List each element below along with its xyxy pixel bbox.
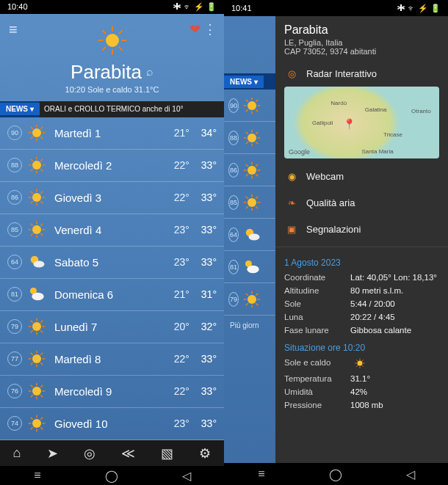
svg-line-133	[246, 303, 248, 305]
info-key: Sole	[284, 299, 350, 308]
info-value: 5:44 / 20:00	[350, 299, 439, 308]
forecast-row[interactable]: 77 Martedì 8 22° 33°	[0, 343, 224, 376]
news-button[interactable]: NEWS▾	[0, 103, 40, 115]
svg-line-93	[246, 109, 248, 112]
home-icon[interactable]: ⌂	[13, 445, 21, 461]
situation-row: Temperatura 31.1°	[275, 372, 448, 385]
info-value: Gibbosa calante	[350, 326, 439, 335]
settings-icon[interactable]: ⚙	[199, 445, 211, 462]
nav-back-icon[interactable]: ◁	[403, 467, 418, 481]
temp-high: 33°	[201, 385, 217, 397]
nav-back-icon[interactable]: ◁	[179, 469, 194, 483]
map-preview[interactable]: 📍 Nardò Galatina Gallipoli Otranto Trica…	[284, 87, 439, 158]
forecast-row[interactable]: 79 L	[224, 283, 275, 316]
forecast-row[interactable]: 90 Martedì 1 21° 34°	[0, 117, 224, 150]
reports-label: Segnalazioni	[306, 224, 361, 235]
temp-low: 22°	[174, 353, 189, 365]
svg-line-118	[256, 206, 258, 208]
status-icons: ✱ ᯤ ⚡ 🔋	[173, 2, 217, 12]
svg-line-102	[246, 142, 248, 144]
air-row[interactable]: ❧ Qualità aria	[275, 189, 448, 216]
radar-label: Radar Interattivo	[306, 68, 377, 79]
forecast-row[interactable]: 88 Mercoledì 2 22° 33°	[0, 150, 224, 182]
webcam-row[interactable]: ◉ Webcam	[275, 163, 448, 189]
svg-line-43	[40, 224, 43, 226]
forecast-row[interactable]: 85 Venerdì 4 23° 33°	[0, 214, 224, 247]
day-name: Domenica 6	[54, 288, 174, 301]
menu-icon[interactable]: ≡	[9, 21, 18, 38]
reliability-badge: 88	[228, 131, 239, 145]
overflow-icon[interactable]: ⋮	[203, 21, 217, 37]
svg-line-109	[256, 174, 258, 176]
nav-home-icon[interactable]: ◯	[104, 469, 119, 483]
svg-point-9	[32, 128, 41, 137]
temp-high: 33°	[201, 224, 217, 236]
news-bar[interactable]: NEWS▾ ORALI e CROLLO TERMICO anche di 10…	[0, 101, 224, 117]
reliability-badge: 85	[228, 195, 239, 210]
more-days-label[interactable]: Più giorn	[224, 316, 275, 335]
weather-icon	[26, 187, 47, 208]
svg-line-131	[256, 303, 258, 305]
temp-low: 23°	[174, 417, 189, 429]
weather-icon	[26, 381, 47, 401]
info-key: Altitudine	[284, 286, 350, 295]
forecast-row[interactable]: 85 V	[224, 186, 275, 219]
panel-cap: CAP 73052, 9374 abitanti	[284, 47, 439, 56]
forecast-row[interactable]: 90 M	[224, 90, 275, 122]
air-label: Qualità aria	[306, 197, 355, 208]
svg-line-6	[118, 47, 122, 51]
svg-line-57	[31, 330, 33, 332]
search-icon[interactable]: ⌕	[146, 65, 153, 79]
temp-high: 31°	[201, 288, 217, 300]
news-button[interactable]: NEWS▾	[224, 76, 264, 88]
nav-menu-icon[interactable]: ≡	[30, 469, 45, 482]
forecast-row[interactable]: 64 S	[224, 219, 275, 251]
day-name: Venerdì 4	[54, 224, 174, 236]
reliability-badge: 79	[7, 319, 22, 334]
temp-high: 33°	[201, 159, 217, 171]
reports-row[interactable]: ▣ Segnalazioni	[275, 216, 448, 242]
radar-nav-icon[interactable]: ◎	[84, 445, 95, 462]
city-title[interactable]: Parabita ⌕	[9, 61, 215, 84]
svg-line-33	[40, 201, 43, 203]
weather-icon	[26, 219, 47, 240]
forecast-row[interactable]: 88 M	[224, 122, 275, 154]
svg-point-46	[34, 261, 45, 268]
forecast-row[interactable]: 86 Giovedì 3 22° 33°	[0, 182, 224, 214]
radar-row[interactable]: ◎ Radar Interattivo	[275, 60, 448, 87]
news-bar[interactable]: NEWS▾	[224, 73, 275, 90]
favorite-icon[interactable]: ❤	[189, 21, 200, 37]
forecast-row[interactable]: 79 Lunedì 7 20° 32°	[0, 311, 224, 343]
forecast-row[interactable]: 81 Domenica 6 21° 31°	[0, 279, 224, 311]
temp-high: 32°	[201, 321, 217, 332]
svg-point-122	[249, 233, 260, 240]
svg-line-120	[246, 206, 248, 208]
nav-home-icon[interactable]: ◯	[328, 467, 343, 481]
cloud-icon[interactable]: ▧	[161, 445, 173, 462]
svg-line-32	[31, 192, 33, 194]
forecast-row[interactable]: 86 G	[224, 154, 275, 186]
svg-line-82	[40, 427, 43, 429]
chevron-down-icon: ▾	[254, 78, 258, 86]
weather-icon	[26, 413, 47, 434]
reliability-badge: 88	[7, 158, 22, 172]
svg-line-66	[31, 362, 33, 365]
detail-screen: NEWS▾ 90 M 88 M 86 G 85 V 64 S 81 D	[224, 16, 448, 463]
location-icon[interactable]: ➤	[47, 445, 58, 462]
chevron-down-icon: ▾	[30, 105, 34, 113]
svg-line-130	[246, 293, 248, 295]
forecast-list[interactable]: 90 Martedì 1 21° 34° 88 Mercoledì 2 22° …	[0, 117, 224, 440]
nav-menu-icon[interactable]: ≡	[254, 467, 269, 481]
share-icon[interactable]: ≪	[121, 445, 135, 462]
panel-city: Parabita	[284, 23, 439, 37]
forecast-row[interactable]: 81 D	[224, 251, 275, 283]
situation-value	[350, 358, 439, 370]
svg-line-15	[40, 136, 43, 139]
reliability-badge: 64	[228, 227, 239, 242]
forecast-row[interactable]: 74 Giovedì 10 23° 33°	[0, 408, 224, 440]
svg-line-64	[40, 362, 43, 365]
weather-icon	[243, 225, 261, 245]
reliability-badge: 74	[7, 416, 22, 431]
forecast-row[interactable]: 76 Mercoledì 9 22° 33°	[0, 376, 224, 408]
forecast-row[interactable]: 64 Sabato 5 23° 33°	[0, 247, 224, 279]
